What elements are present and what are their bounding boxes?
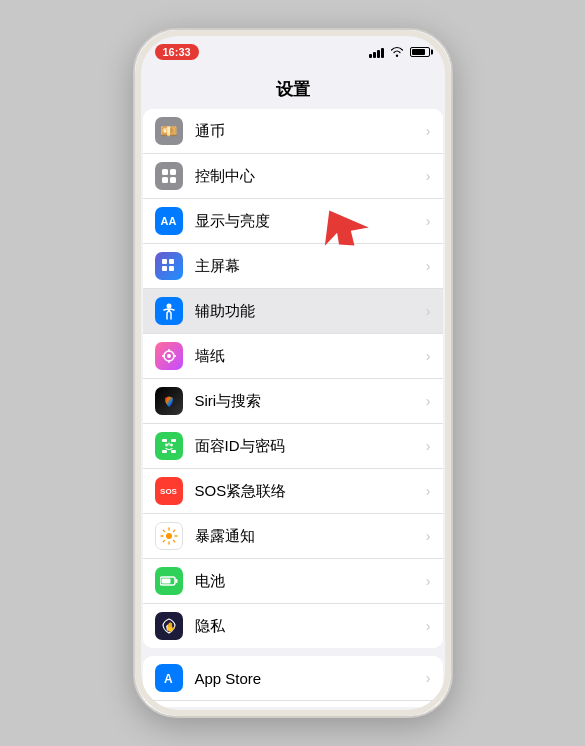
svg-text:✋: ✋ xyxy=(164,621,176,633)
item-label-privacy: 隐私 xyxy=(195,617,426,636)
chevron-icon: › xyxy=(426,123,431,139)
chevron-icon: › xyxy=(426,348,431,364)
appstore-icon: A xyxy=(155,664,183,692)
siri-icon xyxy=(155,387,183,415)
chevron-icon: › xyxy=(426,670,431,686)
wallpaper-icon xyxy=(155,342,183,370)
chevron-icon: › xyxy=(426,573,431,589)
settings-item-privacy[interactable]: ✋ 隐私 › xyxy=(143,604,443,648)
chevron-icon: › xyxy=(426,393,431,409)
chevron-icon: › xyxy=(426,618,431,634)
arrow-annotation xyxy=(310,202,370,252)
settings-item-wallet[interactable]: 钱包与 Apple Pay › xyxy=(143,701,443,707)
status-bar: 16:33 xyxy=(135,30,451,74)
chevron-icon: › xyxy=(426,168,431,184)
scroll-indicator xyxy=(446,130,449,170)
svg-rect-5 xyxy=(169,259,174,264)
display-icon: AA xyxy=(155,207,183,235)
settings-item-home-screen[interactable]: 主屏幕 › xyxy=(143,244,443,289)
settings-item-battery[interactable]: 电池 › xyxy=(143,559,443,604)
item-label-battery: 电池 xyxy=(195,572,426,591)
svg-rect-0 xyxy=(162,169,168,175)
settings-item-control-center[interactable]: 控制中心 › xyxy=(143,154,443,199)
control-center-icon xyxy=(155,162,183,190)
settings-item-faceid[interactable]: 面容ID与密码 › xyxy=(143,424,443,469)
svg-rect-3 xyxy=(170,177,176,183)
item-label-wallpaper: 墙纸 xyxy=(195,347,426,366)
page-title: 设置 xyxy=(135,74,451,109)
svg-rect-6 xyxy=(162,266,167,271)
svg-rect-4 xyxy=(162,259,167,264)
svg-point-10 xyxy=(167,354,171,358)
svg-point-8 xyxy=(166,304,171,309)
privacy-icon: ✋ xyxy=(155,612,183,640)
signal-icon xyxy=(369,46,384,58)
item-label-siri: Siri与搜索 xyxy=(195,392,426,411)
status-time: 16:33 xyxy=(155,44,199,60)
svg-rect-7 xyxy=(169,266,174,271)
faceid-icon xyxy=(155,432,183,460)
chevron-icon: › xyxy=(426,483,431,499)
svg-rect-2 xyxy=(162,177,168,183)
svg-rect-32 xyxy=(161,579,170,584)
settings-item-currency[interactable]: 💴 通币 › xyxy=(143,109,443,154)
phone-frame: 16:33 设置 xyxy=(133,28,453,718)
svg-point-22 xyxy=(166,533,172,539)
svg-rect-1 xyxy=(170,169,176,175)
section-gap-1 xyxy=(135,648,451,656)
settings-list[interactable]: 💴 通币 › 控制中心 › xyxy=(135,109,451,707)
settings-group-2: A App Store › 钱包与 Apple Pay › xyxy=(143,656,443,707)
svg-point-19 xyxy=(165,444,166,445)
settings-item-display[interactable]: AA 显示与亮度 › xyxy=(143,199,443,244)
svg-rect-17 xyxy=(162,450,167,453)
svg-rect-16 xyxy=(171,439,176,442)
svg-marker-42 xyxy=(310,202,369,252)
home-screen-icon xyxy=(155,252,183,280)
item-label-faceid: 面容ID与密码 xyxy=(195,437,426,456)
svg-line-28 xyxy=(173,540,174,541)
chevron-icon: › xyxy=(426,303,431,319)
svg-text:A: A xyxy=(164,672,173,686)
item-label-sos: SOS紧急联络 xyxy=(195,482,426,501)
svg-point-20 xyxy=(170,444,171,445)
currency-icon: 💴 xyxy=(155,117,183,145)
svg-line-30 xyxy=(163,540,164,541)
item-label-home-screen: 主屏幕 xyxy=(195,257,426,276)
item-label-control-center: 控制中心 xyxy=(195,167,426,186)
battery-icon xyxy=(410,47,430,57)
svg-rect-15 xyxy=(162,439,167,442)
svg-rect-18 xyxy=(171,450,176,453)
item-label-currency: 通币 xyxy=(195,122,426,141)
settings-item-accessibility[interactable]: 辅助功能 › xyxy=(143,289,443,334)
svg-rect-33 xyxy=(175,579,177,583)
settings-item-sos[interactable]: SOS SOS紧急联络 › xyxy=(143,469,443,514)
svg-line-29 xyxy=(173,530,174,531)
item-label-appstore: App Store xyxy=(195,670,426,687)
settings-item-exposure[interactable]: 暴露通知 › xyxy=(143,514,443,559)
chevron-icon: › xyxy=(426,528,431,544)
item-label-accessibility: 辅助功能 xyxy=(195,302,426,321)
svg-line-27 xyxy=(163,530,164,531)
item-label-exposure: 暴露通知 xyxy=(195,527,426,546)
chevron-icon: › xyxy=(426,213,431,229)
sos-icon: SOS xyxy=(155,477,183,505)
chevron-icon: › xyxy=(426,258,431,274)
wifi-icon xyxy=(390,45,404,60)
battery-settings-icon xyxy=(155,567,183,595)
settings-item-wallpaper[interactable]: 墙纸 › xyxy=(143,334,443,379)
accessibility-icon xyxy=(155,297,183,325)
settings-item-siri[interactable]: Siri与搜索 › xyxy=(143,379,443,424)
settings-item-appstore[interactable]: A App Store › xyxy=(143,656,443,701)
exposure-icon xyxy=(155,522,183,550)
status-icons xyxy=(369,45,430,60)
settings-group-1: 💴 通币 › 控制中心 › xyxy=(143,109,443,648)
chevron-icon: › xyxy=(426,438,431,454)
